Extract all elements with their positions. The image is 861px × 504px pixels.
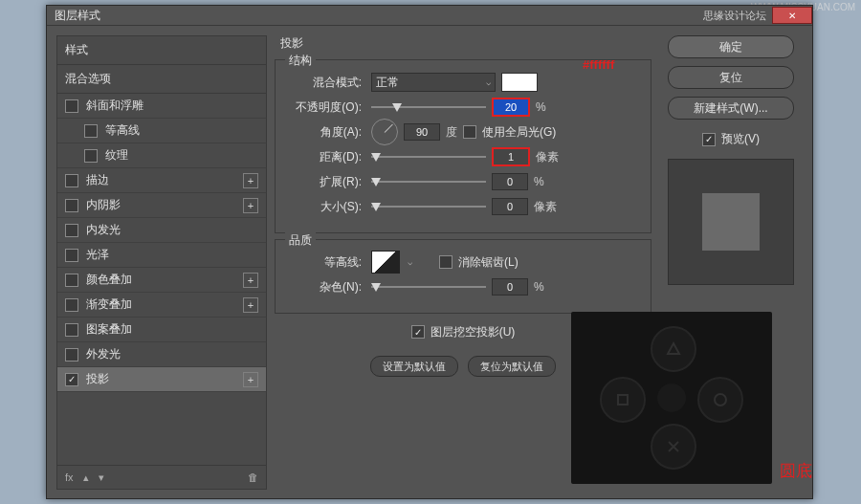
- style-label: 外发光: [86, 346, 258, 362]
- contour-picker[interactable]: [371, 251, 400, 274]
- sidebar-footer: fx ▴ ▾ 🗑: [56, 466, 267, 490]
- style-label: 颜色叠加: [86, 272, 243, 288]
- add-instance-button[interactable]: +: [243, 173, 258, 188]
- style-label: 纹理: [105, 147, 258, 164]
- add-instance-button[interactable]: +: [243, 273, 258, 288]
- style-checkbox[interactable]: [65, 323, 78, 337]
- sidebar-blending-options[interactable]: 混合选项: [56, 64, 267, 93]
- new-style-button[interactable]: 新建样式(W)...: [668, 97, 794, 120]
- dpad-square-button: [600, 377, 646, 423]
- preview-label: 预览(V): [721, 131, 760, 147]
- style-checkbox[interactable]: [65, 274, 78, 287]
- style-checkbox[interactable]: [65, 298, 78, 312]
- global-light-label: 使用全局光(G): [482, 124, 556, 141]
- knockout-label: 图层挖空投影(U): [430, 324, 516, 340]
- blend-mode-select[interactable]: 正常 ⌵: [371, 73, 496, 92]
- style-checkbox[interactable]: [65, 199, 78, 212]
- antialias-label: 消除锯齿(L): [458, 254, 519, 271]
- style-checkbox[interactable]: [65, 348, 78, 362]
- noise-unit: %: [534, 280, 544, 294]
- style-row[interactable]: 内发光: [57, 218, 266, 243]
- noise-label: 杂色(N):: [287, 279, 362, 296]
- size-input[interactable]: 0: [492, 198, 528, 215]
- style-row[interactable]: 内阴影+: [57, 193, 266, 218]
- ok-button[interactable]: 确定: [668, 35, 794, 58]
- dpad-center: [657, 383, 686, 412]
- opacity-slider[interactable]: [371, 100, 486, 114]
- spread-slider[interactable]: [371, 175, 486, 188]
- svg-point-0: [715, 394, 726, 405]
- global-light-checkbox[interactable]: [463, 125, 476, 139]
- preview-checkbox[interactable]: [702, 133, 716, 146]
- add-instance-button[interactable]: +: [243, 198, 258, 213]
- style-checkbox[interactable]: [84, 149, 98, 163]
- style-checkbox[interactable]: [65, 249, 78, 262]
- style-label: 内阴影: [86, 197, 243, 213]
- style-row[interactable]: 投影+: [57, 367, 266, 392]
- noise-slider[interactable]: [371, 280, 486, 294]
- quality-label: 品质: [285, 232, 316, 249]
- arrow-down-icon[interactable]: ▾: [99, 471, 104, 484]
- style-row[interactable]: 斜面和浮雕: [57, 94, 266, 119]
- distance-input[interactable]: 1: [492, 147, 530, 166]
- style-row[interactable]: 外发光: [57, 342, 266, 367]
- styles-sidebar: 样式 混合选项 斜面和浮雕等高线纹理描边+内阴影+内发光光泽颜色叠加+渐变叠加+…: [56, 35, 267, 490]
- chevron-down-icon: ⌵: [486, 77, 491, 87]
- opacity-unit: %: [536, 100, 546, 114]
- dialog-title: 图层样式: [55, 8, 100, 24]
- noise-input[interactable]: 0: [492, 278, 528, 296]
- distance-slider[interactable]: [371, 150, 486, 164]
- style-label: 投影: [86, 371, 243, 387]
- dpad-cross-button: [651, 424, 696, 470]
- style-row[interactable]: 纹理: [57, 143, 266, 168]
- knockout-checkbox[interactable]: [411, 325, 425, 339]
- style-label: 等高线: [105, 122, 258, 139]
- style-row[interactable]: 渐变叠加+: [57, 293, 266, 318]
- cancel-button[interactable]: 复位: [668, 66, 794, 89]
- dpad-triangle-button: [651, 326, 696, 372]
- distance-label: 距离(D):: [287, 149, 362, 165]
- close-button[interactable]: ✕: [772, 7, 812, 24]
- add-instance-button[interactable]: +: [243, 297, 258, 313]
- angle-label: 角度(A):: [287, 124, 362, 141]
- dpad-preview: [571, 312, 772, 484]
- style-row[interactable]: 光泽: [57, 243, 266, 268]
- style-list: 斜面和浮雕等高线纹理描边+内阴影+内发光光泽颜色叠加+渐变叠加+图案叠加外发光投…: [56, 93, 267, 466]
- size-unit: 像素: [534, 199, 557, 215]
- style-label: 内发光: [86, 222, 258, 238]
- arrow-up-icon[interactable]: ▴: [83, 471, 89, 484]
- style-row[interactable]: 等高线: [57, 119, 266, 143]
- svg-rect-1: [618, 395, 628, 405]
- style-row[interactable]: 图案叠加: [57, 318, 266, 342]
- credits-text: 思缘设计论坛: [703, 9, 766, 23]
- reset-default-button[interactable]: 复位为默认值: [468, 356, 556, 377]
- quality-group: 品质 等高线: ⌵ 消除锯齿(L) 杂色(N): 0 %: [275, 239, 651, 314]
- spread-input[interactable]: 0: [492, 173, 528, 190]
- opacity-input[interactable]: 20: [492, 98, 530, 117]
- make-default-button[interactable]: 设置为默认值: [370, 356, 458, 377]
- style-checkbox[interactable]: [65, 373, 78, 386]
- size-slider[interactable]: [371, 200, 486, 213]
- opacity-label: 不透明度(O):: [287, 99, 362, 116]
- dpad-circle-button: [697, 377, 743, 423]
- contour-label: 等高线:: [287, 254, 362, 271]
- style-row[interactable]: 描边+: [57, 168, 266, 193]
- add-instance-button[interactable]: +: [243, 372, 258, 387]
- color-swatch[interactable]: [501, 73, 538, 92]
- style-checkbox[interactable]: [84, 124, 98, 138]
- antialias-checkbox[interactable]: [439, 255, 453, 269]
- style-checkbox[interactable]: [65, 99, 78, 113]
- preview-box: [668, 159, 794, 285]
- angle-dial[interactable]: [371, 119, 398, 145]
- angle-unit: 度: [446, 124, 457, 141]
- style-checkbox[interactable]: [65, 224, 78, 237]
- sidebar-header: 样式: [56, 35, 267, 64]
- distance-unit: 像素: [536, 149, 559, 165]
- angle-input[interactable]: 90: [404, 123, 440, 141]
- style-checkbox[interactable]: [65, 174, 78, 187]
- chevron-down-icon[interactable]: ⌵: [408, 257, 412, 267]
- style-row[interactable]: 颜色叠加+: [57, 268, 266, 293]
- fx-icon[interactable]: fx: [65, 471, 74, 483]
- structure-group: 结构 混合模式: 正常 ⌵ 不透明度(O): 20 % 角度(A):: [275, 59, 651, 233]
- trash-icon[interactable]: 🗑: [248, 471, 258, 483]
